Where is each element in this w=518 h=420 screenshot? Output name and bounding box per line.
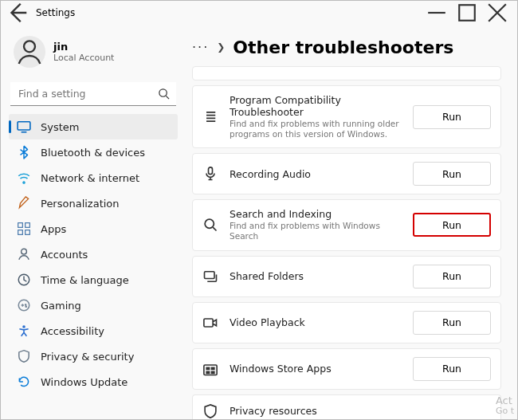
sidebar-item-label: Gaming xyxy=(41,300,81,312)
troubleshooter-card: Video Playback Run xyxy=(192,302,501,343)
window-controls xyxy=(422,2,512,23)
svg-rect-3 xyxy=(18,122,30,130)
troubleshooter-desc: Find and fix problems with running older… xyxy=(230,119,405,139)
close-button[interactable] xyxy=(482,2,512,23)
sidebar-item-label: Network & internet xyxy=(41,172,139,184)
svg-rect-18 xyxy=(211,367,215,370)
sidebar-item-privacy-security[interactable]: Privacy & security xyxy=(9,343,178,369)
profile-sub: Local Account xyxy=(53,53,114,63)
apps-icon xyxy=(17,222,31,236)
search-input[interactable] xyxy=(10,82,176,106)
svg-rect-4 xyxy=(18,223,23,228)
troubleshooter-title: Program Compatibility Troubleshooter xyxy=(230,94,405,118)
search-icon xyxy=(158,88,170,103)
accessibility-icon xyxy=(17,324,31,338)
gaming-icon xyxy=(17,298,31,312)
troubleshooter-desc: Find and fix problems with Windows Searc… xyxy=(230,221,405,241)
run-button[interactable]: Run xyxy=(413,105,491,129)
person-icon xyxy=(14,36,45,68)
sidebar-item-accessibility[interactable]: Accessibility xyxy=(9,318,178,343)
sidebar-item-bluetooth-devices[interactable]: Bluetooth & devices xyxy=(9,139,178,165)
chevron-right-icon: ❯ xyxy=(217,41,225,53)
sidebar-item-label: Time & language xyxy=(41,274,129,286)
shield-icon xyxy=(17,349,31,363)
svg-rect-6 xyxy=(18,230,23,235)
sidebar-item-accounts[interactable]: Accounts xyxy=(9,241,178,267)
troubleshooter-title: Shared Folders xyxy=(230,270,405,282)
svg-point-1 xyxy=(24,41,35,52)
store-icon xyxy=(202,361,218,377)
troubleshooter-card: Windows Store Apps Run xyxy=(192,348,501,390)
svg-point-13 xyxy=(205,220,214,229)
sidebar-item-time-language[interactable]: Time & language xyxy=(9,267,178,292)
sidebar-item-label: Bluetooth & devices xyxy=(41,147,145,159)
video-icon xyxy=(202,315,218,331)
sidebar-item-label: Windows Update xyxy=(41,376,128,388)
svg-point-8 xyxy=(22,249,27,254)
window-title: Settings xyxy=(36,7,75,18)
svg-rect-15 xyxy=(204,319,213,327)
svg-rect-5 xyxy=(26,223,30,228)
run-button[interactable]: Run xyxy=(413,213,491,237)
sidebar-item-apps[interactable]: Apps xyxy=(9,216,178,241)
sidebar-item-label: Personalization xyxy=(41,198,120,210)
troubleshooter-card: Privacy resources xyxy=(192,394,501,420)
troubleshooter-card: Program Compatibility Troubleshooter Fin… xyxy=(192,85,501,148)
svg-rect-0 xyxy=(459,5,475,21)
nav-list: System Bluetooth & devices Network & int… xyxy=(9,114,178,394)
sidebar-item-label: Apps xyxy=(41,223,66,235)
person-icon xyxy=(17,247,31,261)
sidebar-item-windows-update[interactable]: Windows Update xyxy=(9,369,178,394)
mic-icon xyxy=(202,166,218,182)
clock-globe-icon xyxy=(17,273,31,287)
run-button[interactable]: Run xyxy=(413,311,491,335)
svg-point-11 xyxy=(22,325,26,328)
run-button[interactable]: Run xyxy=(413,162,491,186)
profile-block[interactable]: jin Local Account xyxy=(9,25,178,82)
troubleshooter-title: Video Playback xyxy=(230,316,405,328)
sidebar-item-personalization[interactable]: Personalization xyxy=(9,190,178,216)
svg-rect-19 xyxy=(206,371,210,374)
sidebar-item-label: System xyxy=(41,121,79,133)
titlebar: Settings xyxy=(1,1,517,25)
troubleshooter-title: Search and Indexing xyxy=(230,208,405,220)
run-button[interactable]: Run xyxy=(413,265,491,289)
svg-rect-12 xyxy=(209,167,213,175)
sidebar-item-gaming[interactable]: Gaming xyxy=(9,292,178,318)
list-icon xyxy=(202,109,218,125)
troubleshooter-title: Windows Store Apps xyxy=(230,363,405,375)
back-arrow-icon xyxy=(6,1,29,25)
sidebar-item-label: Accounts xyxy=(41,249,88,261)
back-button[interactable] xyxy=(6,1,29,25)
avatar xyxy=(14,36,45,68)
sidebar-item-network-internet[interactable]: Network & internet xyxy=(9,165,178,190)
search-box[interactable] xyxy=(10,82,176,106)
search-icon xyxy=(202,217,218,233)
maximize-button[interactable] xyxy=(452,2,482,23)
page-title: Other troubleshooters xyxy=(233,37,453,57)
sidebar: jin Local Account System Bluetooth & dev… xyxy=(1,25,186,419)
troubleshooter-card: Search and Indexing Find and fix problem… xyxy=(192,199,501,250)
system-icon xyxy=(17,120,31,134)
breadcrumb-more[interactable]: ··· xyxy=(192,40,209,55)
svg-rect-14 xyxy=(205,271,215,278)
brush-icon xyxy=(17,196,31,210)
troubleshooter-card-partial-top xyxy=(192,66,501,80)
troubleshooter-list: Program Compatibility Troubleshooter Fin… xyxy=(192,66,501,419)
troubleshooter-card: Recording Audio Run xyxy=(192,153,501,194)
wifi-icon xyxy=(17,171,31,185)
sidebar-item-system[interactable]: System xyxy=(9,114,178,139)
content-area: ··· ❯ Other troubleshooters Program Comp… xyxy=(186,25,517,419)
profile-name: jin xyxy=(53,41,114,53)
svg-rect-7 xyxy=(26,230,30,235)
troubleshooter-card: Shared Folders Run xyxy=(192,256,501,297)
svg-rect-17 xyxy=(206,367,210,370)
troubleshooter-title: Recording Audio xyxy=(230,168,405,180)
bluetooth-icon xyxy=(17,145,31,159)
svg-rect-16 xyxy=(204,365,217,375)
minimize-button[interactable] xyxy=(422,2,452,23)
folder-share-icon xyxy=(202,269,218,285)
breadcrumb: ··· ❯ Other troubleshooters xyxy=(192,31,501,63)
sidebar-item-label: Accessibility xyxy=(41,325,104,337)
run-button[interactable]: Run xyxy=(413,357,491,381)
